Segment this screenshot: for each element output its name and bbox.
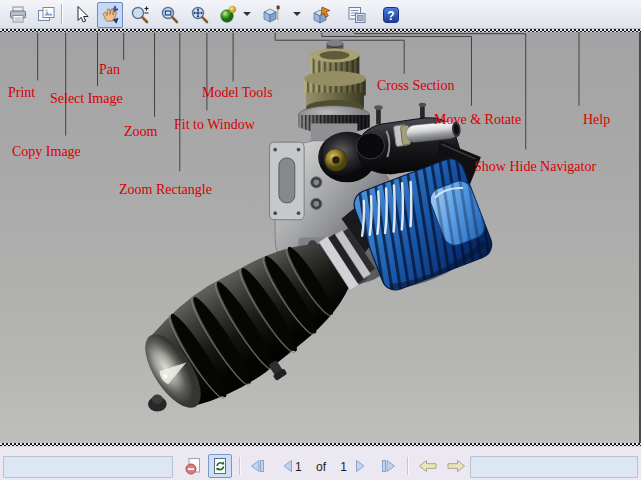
callout-model-tools: Model Tools — [202, 86, 273, 100]
statusbar-separator — [239, 457, 241, 475]
status-panel-right — [470, 456, 638, 478]
callout-print: Print — [8, 86, 35, 100]
forward-arrow-icon — [446, 458, 466, 474]
callout-select-image: Select Image — [50, 92, 123, 106]
move-rotate-icon — [311, 5, 333, 25]
callout-zoom-rectangle: Zoom Rectangle — [119, 183, 212, 197]
last-page-icon — [380, 458, 398, 474]
page-indicator: 1 of 1 — [295, 460, 347, 474]
callout-move-rotate: Move & Rotate — [434, 113, 521, 127]
previous-page-icon — [280, 458, 296, 474]
zoom-button[interactable] — [127, 2, 153, 28]
move-rotate-button[interactable] — [309, 2, 335, 28]
next-page-icon — [352, 458, 368, 474]
callout-cross-section: Cross Section — [377, 79, 454, 93]
clutch-gear — [304, 40, 366, 115]
cross-section-icon — [261, 5, 283, 25]
zoom-rectangle-button[interactable] — [157, 2, 183, 28]
zoom-icon — [130, 5, 150, 25]
view-forward-button[interactable] — [444, 454, 468, 478]
print-button[interactable] — [5, 2, 31, 28]
back-arrow-icon — [418, 458, 438, 474]
last-page-button[interactable] — [377, 454, 401, 478]
page-total: 1 — [340, 460, 347, 474]
next-page-button[interactable] — [348, 454, 372, 478]
select-button[interactable] — [68, 2, 94, 28]
callout-zoom: Zoom — [124, 125, 157, 139]
model-tools-dropdown-arrow[interactable] — [243, 12, 251, 16]
stop-animation-button[interactable] — [182, 454, 206, 478]
edrawings-viewer-window: ? — [0, 0, 641, 480]
toolbar-separator — [61, 4, 63, 24]
svg-text:?: ? — [387, 9, 394, 23]
stop-page-icon — [185, 457, 203, 475]
fit-to-window-icon — [190, 5, 210, 25]
select-cursor-icon — [71, 5, 91, 25]
model-tools-icon — [218, 5, 238, 25]
pan-hand-icon — [99, 4, 121, 26]
status-panel-left — [3, 456, 173, 478]
page-current: 1 — [295, 460, 302, 474]
zoom-rectangle-icon — [160, 5, 180, 25]
model-tools-button[interactable] — [215, 2, 241, 28]
page-separator-label: of — [316, 460, 326, 474]
navigator-panels-icon — [347, 5, 367, 25]
copy-image-button[interactable] — [33, 2, 59, 28]
copy-image-icon — [36, 5, 56, 25]
show-hide-navigator-button[interactable] — [344, 2, 370, 28]
fit-to-window-button[interactable] — [187, 2, 213, 28]
callout-show-hide-navigator: Show Hide Navigator — [474, 160, 596, 174]
first-page-icon — [248, 458, 266, 474]
print-icon — [8, 5, 28, 25]
callout-help: Help — [583, 113, 610, 127]
cross-section-dropdown-arrow[interactable] — [293, 12, 301, 16]
callout-copy-image: Copy Image — [12, 145, 81, 159]
refresh-page-icon — [211, 457, 229, 475]
cross-section-button[interactable] — [259, 2, 285, 28]
help-icon: ? — [381, 5, 401, 25]
refresh-page-button[interactable] — [208, 454, 232, 478]
first-page-button[interactable] — [245, 454, 269, 478]
page-navigation-bar: 1 of 1 — [0, 446, 641, 480]
pan-button[interactable] — [97, 2, 123, 28]
statusbar-separator — [407, 457, 409, 475]
main-toolbar: ? — [0, 0, 641, 29]
callout-pan: Pan — [99, 63, 120, 77]
view-back-button[interactable] — [416, 454, 440, 478]
selection-ants-top — [0, 29, 641, 32]
help-button[interactable]: ? — [378, 2, 404, 28]
callout-fit-to-window: Fit to Window — [174, 118, 255, 132]
